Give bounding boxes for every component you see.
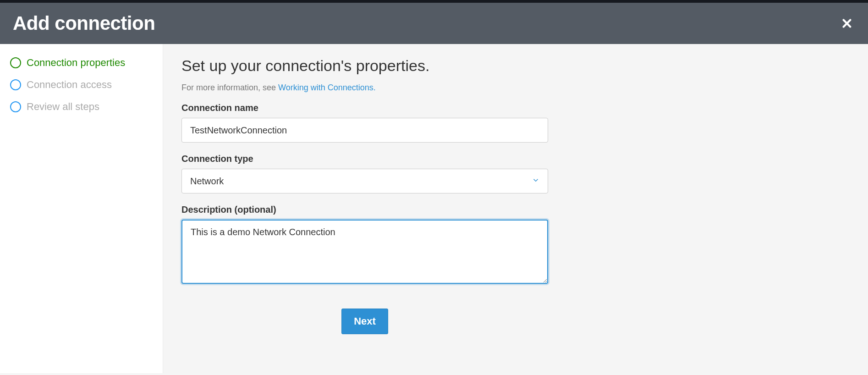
wizard-sidebar: Connection properties Connection access … [0, 44, 163, 373]
step-connection-properties[interactable]: Connection properties [10, 57, 163, 69]
connection-name-label: Connection name [181, 103, 548, 113]
content: Set up your connection's properties. For… [181, 57, 548, 334]
actions: Next [181, 309, 548, 334]
wizard-main: Set up your connection's properties. For… [163, 44, 868, 373]
info-prefix: For more information, see [181, 83, 278, 92]
step-circle-icon [10, 79, 21, 90]
field-connection-name: Connection name [181, 103, 548, 143]
info-text: For more information, see Working with C… [181, 83, 548, 93]
step-connection-access[interactable]: Connection access [10, 79, 163, 91]
step-circle-icon [10, 101, 21, 112]
step-label: Review all steps [27, 101, 99, 113]
close-icon[interactable] [839, 15, 855, 32]
next-button[interactable]: Next [341, 309, 388, 334]
step-review-all-steps[interactable]: Review all steps [10, 101, 163, 113]
modal-body: Connection properties Connection access … [0, 44, 868, 373]
field-description: Description (optional) [181, 204, 548, 286]
modal-header: Add connection [0, 3, 868, 44]
connection-type-select-wrapper: Network [181, 169, 548, 193]
connection-type-label: Connection type [181, 154, 548, 164]
page-heading: Set up your connection's properties. [181, 57, 548, 75]
step-circle-icon [10, 57, 21, 68]
field-connection-type: Connection type Network [181, 154, 548, 193]
description-label: Description (optional) [181, 204, 548, 215]
step-label: Connection access [27, 79, 112, 91]
description-textarea[interactable] [181, 220, 548, 284]
connection-type-select[interactable]: Network [181, 169, 548, 193]
working-with-connections-link[interactable]: Working with Connections. [278, 83, 376, 92]
step-label: Connection properties [27, 57, 125, 69]
modal-title: Add connection [13, 12, 155, 34]
connection-name-input[interactable] [181, 118, 548, 143]
